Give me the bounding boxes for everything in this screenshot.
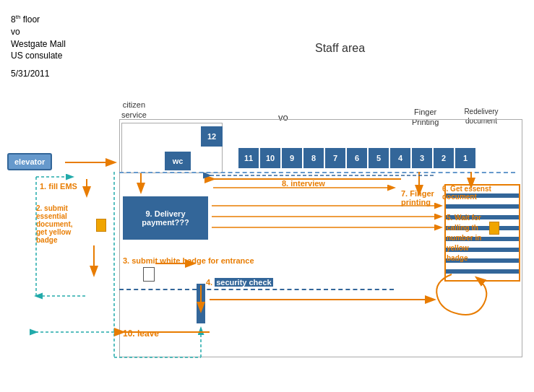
staff-area-label: Staff area	[315, 42, 365, 55]
dashed-wall-bottom	[119, 289, 394, 290]
box-1: 1	[455, 148, 475, 168]
box-4: 4	[390, 148, 410, 168]
westgate-mall: Westgate Mall	[11, 38, 66, 51]
box-7: 7	[325, 148, 345, 168]
step2-label: 2. submitessentialdocument,get yellowbad…	[36, 204, 73, 244]
box-10: 10	[260, 148, 280, 168]
dashed-wall-top	[119, 172, 515, 173]
wc-box: wc	[165, 152, 191, 170]
step7-label: 7. Fingerprinting	[401, 189, 434, 206]
floor-line: 8th floor	[11, 13, 66, 26]
yellow-badge-left	[96, 219, 106, 232]
elevator-button[interactable]: elevator	[7, 153, 52, 170]
box-3: 3	[412, 148, 432, 168]
step8-label: 8. interview	[282, 179, 325, 188]
step4-label: 4. security check	[206, 278, 273, 287]
diagram: 8th floor vo Westgate Mall US consulate …	[0, 0, 534, 392]
box-8: 8	[303, 148, 324, 168]
floor-sup: th	[16, 14, 21, 20]
building-name: vo	[11, 26, 66, 38]
citizen-service-label: citizenservice	[121, 100, 147, 121]
us-consulate: US consulate	[11, 50, 66, 62]
box-9: 9	[282, 148, 302, 168]
wait-line-2	[446, 204, 519, 209]
box-5: 5	[369, 148, 389, 168]
box-2: 2	[434, 148, 454, 168]
date: 5/31/2011	[11, 68, 66, 80]
step3-label: 3. submit white badge for entrance	[123, 256, 254, 265]
white-badge	[143, 267, 155, 282]
step10-label: 10. leave	[123, 328, 159, 339]
step1-label: 1. fill EMS	[40, 182, 77, 191]
box-11: 11	[238, 148, 259, 168]
box-6: 6	[347, 148, 367, 168]
step6-label: 6. Get essenstdocument	[442, 185, 491, 201]
info-block: 8th floor vo Westgate Mall US consulate …	[11, 13, 66, 80]
step5-label: 5. Wait forcalling thnumber inyellowbadg…	[447, 213, 515, 263]
box-12: 12	[201, 126, 223, 147]
wait-line-8	[446, 269, 519, 274]
number-boxes-row: 11 10 9 8 7 6 5 4 3 2 1	[238, 148, 475, 168]
delivery-payment-box: 9. Deliverypayment???	[123, 196, 208, 240]
